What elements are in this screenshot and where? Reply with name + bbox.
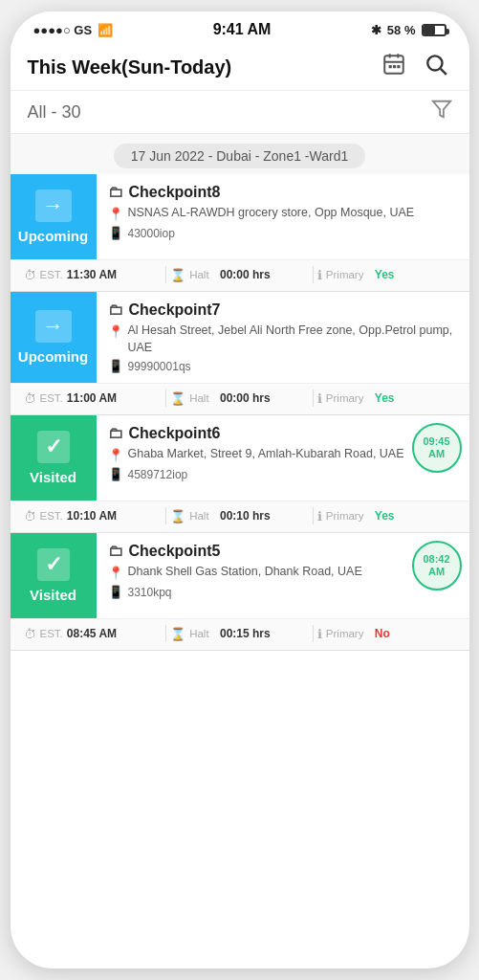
pin-icon-4: 📍 xyxy=(108,565,123,582)
battery-icon xyxy=(422,24,446,36)
card-info-checkpoint7: 🗀 Checkpoint7 📍 Al Hesah Street, Jebel A… xyxy=(97,292,469,383)
app-header: This Week(Sun-Today) xyxy=(11,42,469,91)
checkpoint6-code: 📱 4589712iop xyxy=(108,467,460,481)
battery-area: ✱ 58 % xyxy=(371,23,446,37)
card-main-checkpoint6: ✓ Visited 09:45 AM 🗀 Checkpoint6 📍 Ghaba… xyxy=(11,415,469,501)
footer-halt-1: ⌛ Halt 00:00 hrs xyxy=(170,268,309,282)
footer-halt-3: ⌛ Halt 00:10 hrs xyxy=(170,509,309,523)
pin-icon-2: 📍 xyxy=(108,323,123,341)
checkpoint5-title: 🗀 Checkpoint5 xyxy=(108,543,460,560)
footer-halt-4: ⌛ Halt 00:15 hrs xyxy=(170,627,309,641)
pin-icon-3: 📍 xyxy=(108,447,123,464)
card-info-checkpoint5: 08:42 AM 🗀 Checkpoint5 📍 Dhank Shell Gas… xyxy=(97,533,469,618)
checkpoint-icon-2: 🗀 xyxy=(108,301,123,319)
search-button[interactable] xyxy=(420,50,452,84)
card-checkpoint8: → Upcoming 🗀 Checkpoint8 📍 NSNAS AL-RAWD… xyxy=(11,174,469,292)
info-icon-4: ℹ xyxy=(317,627,322,641)
checkpoint7-address: 📍 Al Hesah Street, Jebel Ali North Free … xyxy=(108,323,460,356)
footer-est-1: ⏱ EST. 11:30 AM xyxy=(24,268,163,282)
clock-icon-1: ⏱ xyxy=(24,268,36,282)
status-time: 9:41 AM xyxy=(213,21,272,38)
footer-est-2: ⏱ EST. 11:00 AM xyxy=(24,391,163,406)
date-badge-row: 17 Jun 2022 - Dubai - Zone1 -Ward1 xyxy=(11,134,469,174)
card-info-checkpoint6: 09:45 AM 🗀 Checkpoint6 📍 Ghaba Market, S… xyxy=(97,415,469,501)
signal-area: ●●●●○ GS 📶 xyxy=(33,23,114,37)
header-icons xyxy=(378,50,452,84)
time-badge-checkpoint5: 08:42 AM xyxy=(412,541,462,590)
wifi-icon: 📶 xyxy=(98,23,113,37)
card-footer-checkpoint8: ⏱ EST. 11:30 AM ⌛ Halt 00:00 hrs ℹ Prima… xyxy=(11,259,469,291)
divider-3a xyxy=(165,507,166,524)
status-bar: ●●●●○ GS 📶 9:41 AM ✱ 58 % xyxy=(11,11,469,42)
checkpoint8-code: 📱 43000iop xyxy=(108,226,460,240)
battery-percent: 58 % xyxy=(387,23,416,37)
svg-rect-6 xyxy=(397,65,400,68)
check-icon-2: ✓ xyxy=(37,548,70,581)
checkpoint8-title: 🗀 Checkpoint8 xyxy=(108,184,460,201)
info-icon-2: ℹ xyxy=(317,391,322,406)
card-checkpoint7: → Upcoming 🗀 Checkpoint7 📍 Al Hesah Stre… xyxy=(11,292,469,415)
clock-icon-2: ⏱ xyxy=(24,391,36,406)
card-footer-checkpoint6: ⏱ EST. 10:10 AM ⌛ Halt 00:10 hrs ℹ Prima… xyxy=(11,501,469,532)
card-main-checkpoint8: → Upcoming 🗀 Checkpoint8 📍 NSNAS AL-RAWD… xyxy=(11,174,469,259)
bluetooth-icon: ✱ xyxy=(371,23,381,37)
footer-est-4: ⏱ EST. 08:45 AM xyxy=(24,627,163,641)
date-badge: 17 Jun 2022 - Dubai - Zone1 -Ward1 xyxy=(114,144,366,168)
filter-icon[interactable] xyxy=(431,99,452,125)
checkpoint-icon-3: 🗀 xyxy=(108,425,123,442)
card-checkpoint5: ✓ Visited 08:42 AM 🗀 Checkpoint5 📍 Dhank… xyxy=(11,533,469,651)
status-label-3: Visited xyxy=(30,469,76,485)
card-checkpoint6: ✓ Visited 09:45 AM 🗀 Checkpoint6 📍 Ghaba… xyxy=(11,415,469,533)
halt-icon-4: ⌛ xyxy=(170,627,185,641)
checkpoint6-address: 📍 Ghaba Market, Street 9, Amlah-Kubarah … xyxy=(108,446,460,464)
divider-1b xyxy=(313,266,314,283)
cards-list: → Upcoming 🗀 Checkpoint8 📍 NSNAS AL-RAWD… xyxy=(11,174,469,651)
status-label-1: Upcoming xyxy=(18,228,88,244)
divider-4b xyxy=(313,625,314,642)
pin-icon-1: 📍 xyxy=(108,206,123,223)
svg-line-8 xyxy=(440,69,446,75)
info-icon-3: ℹ xyxy=(317,509,322,523)
checkpoint7-code: 📱 99990001qs xyxy=(108,359,460,373)
arrow-icon-2: → xyxy=(35,310,72,343)
time-badge-checkpoint6: 09:45 AM xyxy=(412,423,462,473)
status-label-2: Upcoming xyxy=(18,348,88,365)
svg-rect-0 xyxy=(384,56,403,73)
calendar-button[interactable] xyxy=(378,50,410,84)
divider-2b xyxy=(313,390,314,407)
checkpoint5-code: 📱 3310kpq xyxy=(108,585,460,599)
halt-icon-3: ⌛ xyxy=(170,509,185,523)
svg-rect-5 xyxy=(392,65,395,68)
code-icon-4: 📱 xyxy=(108,585,123,599)
svg-rect-4 xyxy=(388,65,391,68)
code-icon-1: 📱 xyxy=(108,226,123,240)
card-main-checkpoint7: → Upcoming 🗀 Checkpoint7 📍 Al Hesah Stre… xyxy=(11,292,469,383)
checkpoint8-address: 📍 NSNAS AL-RAWDH grocery store, Opp Mosq… xyxy=(108,205,460,223)
halt-icon-1: ⌛ xyxy=(170,268,185,282)
info-icon-1: ℹ xyxy=(317,268,322,282)
checkpoint-icon-1: 🗀 xyxy=(108,184,123,201)
code-icon-3: 📱 xyxy=(108,467,123,481)
checkpoint-icon-4: 🗀 xyxy=(108,543,123,560)
divider-3b xyxy=(313,507,314,524)
divider-4a xyxy=(165,625,166,642)
divider-2a xyxy=(165,390,166,407)
arrow-icon-1: → xyxy=(35,189,72,222)
footer-primary-1: ℹ Primary Yes xyxy=(317,268,456,282)
check-icon-1: ✓ xyxy=(37,431,70,463)
signal-dots: ●●●●○ GS xyxy=(33,23,93,37)
divider-1a xyxy=(165,266,166,283)
checkpoint7-title: 🗀 Checkpoint7 xyxy=(108,301,460,319)
footer-est-3: ⏱ EST. 10:10 AM xyxy=(24,509,163,523)
card-footer-checkpoint5: ⏱ EST. 08:45 AM ⌛ Halt 00:15 hrs ℹ Prima… xyxy=(11,618,469,650)
footer-primary-2: ℹ Primary Yes xyxy=(317,391,456,406)
svg-marker-9 xyxy=(432,101,449,118)
status-upcoming-1: → Upcoming xyxy=(11,174,97,259)
footer-halt-2: ⌛ Halt 00:00 hrs xyxy=(170,391,309,406)
card-footer-checkpoint7: ⏱ EST. 11:00 AM ⌛ Halt 00:00 hrs ℹ Prima… xyxy=(11,383,469,414)
footer-primary-3: ℹ Primary Yes xyxy=(317,509,456,523)
status-label-4: Visited xyxy=(30,587,76,603)
status-visited-2: ✓ Visited xyxy=(11,533,97,618)
filter-bar: All - 30 xyxy=(11,91,469,134)
header-title: This Week(Sun-Today) xyxy=(28,56,232,78)
